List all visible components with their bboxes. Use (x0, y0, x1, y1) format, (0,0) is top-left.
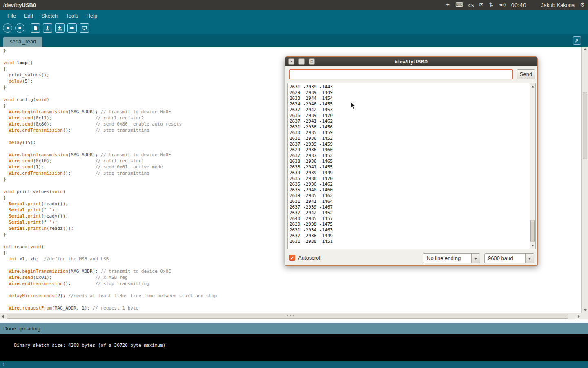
clock[interactable]: 00:40 (511, 2, 526, 8)
scrollbar-corner (581, 313, 588, 319)
save-down-arrow-icon (57, 25, 63, 31)
line-ending-value: No line ending (423, 254, 471, 263)
user-icon (532, 2, 536, 8)
new-sketch-button[interactable] (31, 23, 40, 33)
line-number: 1 (2, 362, 5, 367)
menu-file[interactable]: File (3, 11, 20, 21)
serial-window-title: /dev/ttyUSB0 (285, 57, 537, 66)
network-icon[interactable]: ⇅ (489, 0, 494, 10)
new-tab-arrow-icon (575, 38, 579, 43)
baud-rate-value: 9600 baud (485, 254, 525, 263)
mouse-cursor (350, 101, 356, 110)
serial-monitor-icon (81, 25, 87, 31)
indicator-icon[interactable]: ✦ (445, 0, 450, 10)
scroll-left-arrow-icon[interactable] (2, 315, 4, 318)
top-panel: /dev/ttyUSB0 ✦ ⌨ cs ✉ ⇅ ◄)) 00:40 Jakub … (0, 0, 588, 10)
serial-window-titlebar[interactable]: /dev/ttyUSB0 × _ □ (285, 57, 537, 66)
status-bar: Done uploading. (0, 323, 588, 334)
chevron-down-icon (528, 258, 531, 260)
upload-right-arrow-icon (69, 25, 75, 31)
serial-output-scrollbar[interactable] (530, 83, 535, 249)
window-title: /dev/ttyUSB0 (3, 2, 36, 8)
play-icon (4, 25, 11, 31)
serial-monitor-button[interactable] (80, 23, 89, 33)
serial-output-scroll-thumb[interactable] (530, 220, 535, 242)
maximize-icon[interactable]: □ (309, 58, 315, 65)
close-icon[interactable]: × (288, 58, 294, 65)
toolbar (0, 21, 588, 34)
upload-button[interactable] (67, 23, 77, 33)
line-ending-select[interactable]: No line ending (423, 253, 480, 263)
tab-menu-button[interactable] (573, 36, 581, 45)
open-button[interactable] (43, 23, 52, 33)
save-button[interactable] (55, 23, 65, 33)
scroll-up-arrow-icon[interactable] (584, 48, 587, 50)
baud-dropdown-button[interactable] (525, 254, 534, 263)
serial-monitor-window: /dev/ttyUSB0 × _ □ Send 2631 -2939 -1443… (285, 56, 538, 266)
editor-vertical-scroll-thumb[interactable] (583, 92, 587, 159)
user-menu[interactable]: Jakub Kakona (541, 2, 575, 8)
editor-horizontal-scrollbar[interactable] (0, 313, 581, 319)
console-text: Binary sketch size: 4208 bytes (of a 307… (14, 343, 166, 348)
tab-serial-read[interactable]: serial_read (3, 37, 42, 47)
volume-icon[interactable]: ◄)) (499, 0, 506, 10)
baud-rate-select[interactable]: 9600 baud (484, 253, 534, 263)
footer-line-indicator: 1 (0, 361, 588, 368)
screen: /dev/ttyUSB0 ✦ ⌨ cs ✉ ⇅ ◄)) 00:40 Jakub … (0, 0, 588, 368)
new-file-icon (32, 25, 38, 31)
serial-output-panel: 2631 -2939 -1443 2629 -2939 -1449 2633 -… (287, 83, 536, 249)
serial-send-input[interactable] (289, 69, 513, 79)
verify-button[interactable] (3, 23, 12, 33)
panel-indicators: ✦ ⌨ cs ✉ ⇅ ◄)) 00:40 Jakub Kakona ⚙ (445, 0, 585, 10)
pane-splitter-grip[interactable] (287, 315, 294, 316)
menu-sketch[interactable]: Sketch (37, 11, 62, 21)
stop-button[interactable] (15, 23, 24, 33)
console-output: Binary sketch size: 4208 bytes (of a 307… (0, 334, 588, 361)
stop-icon (17, 25, 23, 31)
send-button[interactable]: Send (517, 69, 535, 79)
menu-help[interactable]: Help (82, 11, 101, 21)
session-gear-icon[interactable]: ⚙ (580, 0, 585, 10)
scroll-up-arrow-icon[interactable] (532, 86, 534, 88)
minimize-icon[interactable]: _ (298, 58, 305, 65)
autoscroll-checkbox[interactable]: ✓ (289, 255, 295, 261)
open-up-arrow-icon (45, 25, 51, 31)
autoscroll-label: Autoscroll (298, 255, 321, 261)
scroll-right-arrow-icon[interactable] (578, 315, 580, 318)
keyboard-icon[interactable]: ⌨ (455, 0, 463, 10)
tabbar: serial_read (0, 34, 588, 47)
menu-tools[interactable]: Tools (62, 11, 82, 21)
mail-icon[interactable]: ✉ (479, 0, 484, 10)
menu-edit[interactable]: Edit (20, 11, 37, 21)
line-ending-dropdown-button[interactable] (471, 254, 480, 263)
keyboard-layout-label[interactable]: cs (468, 2, 474, 8)
serial-output-text: 2631 -2939 -1443 2629 -2939 -1449 2633 -… (288, 83, 530, 249)
menubar: File Edit Sketch Tools Help (0, 10, 588, 21)
editor-vertical-scrollbar[interactable] (581, 47, 588, 313)
scroll-down-arrow-icon[interactable] (532, 245, 534, 247)
status-message: Done uploading. (3, 325, 42, 332)
scroll-down-arrow-icon[interactable] (584, 309, 587, 311)
chevron-down-icon (474, 258, 477, 260)
